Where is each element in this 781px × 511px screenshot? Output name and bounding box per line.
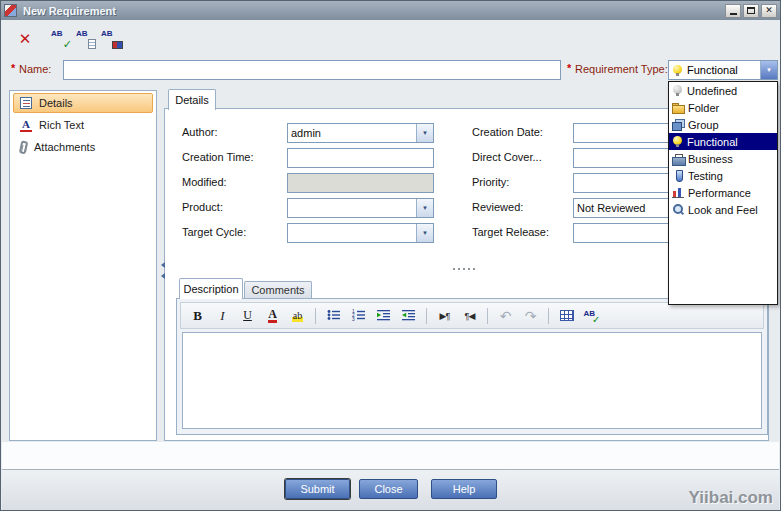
tab-details[interactable]: Details — [168, 89, 216, 110]
dropdown-item-label: Testing — [688, 170, 723, 182]
chevron-down-icon: ▼ — [422, 130, 428, 136]
italic-icon: I — [220, 308, 224, 324]
outdent-button[interactable] — [397, 305, 420, 326]
new-requirement-dialog: New Requirement ✕ ✕ AB ✓ AB AB * Name: *… — [0, 0, 781, 511]
horizontal-splitter-handle[interactable] — [453, 268, 455, 270]
maximize-button[interactable] — [743, 4, 759, 18]
creation-date-label: Creation Date: — [472, 126, 543, 138]
toolbar-separator — [315, 308, 316, 324]
bullet-list-button[interactable] — [322, 305, 345, 326]
reviewed-value: Not Reviewed — [577, 202, 645, 214]
dropdown-item-business[interactable]: Business — [669, 150, 777, 167]
rich-text-icon: A — [20, 119, 32, 132]
name-label: Name: — [19, 63, 51, 75]
sidebar: Details A Rich Text Attachments — [9, 90, 157, 441]
dropdown-item-performance[interactable]: Performance — [669, 184, 777, 201]
requirement-type-combo[interactable]: Functional ▼ — [668, 60, 778, 80]
toolbar-separator — [487, 308, 488, 324]
sidebar-item-attachments[interactable]: Attachments — [13, 137, 153, 157]
collapse-arrow-icon — [158, 273, 165, 279]
author-value: admin — [291, 127, 321, 139]
clear-button[interactable]: ✕ — [13, 27, 37, 51]
dropdown-item-group[interactable]: Group — [669, 116, 777, 133]
dropdown-item-look-and-feel[interactable]: Look and Feel — [669, 201, 777, 218]
description-editor[interactable] — [182, 332, 762, 429]
close-dialog-button[interactable]: Close — [359, 479, 418, 499]
check-spelling-button[interactable]: AB ✓ — [49, 27, 74, 51]
close-icon: ✕ — [765, 6, 773, 15]
numbered-list-button[interactable]: 123 — [347, 305, 370, 326]
sidebar-item-rich-text[interactable]: A Rich Text — [13, 115, 153, 135]
thesaurus-button[interactable]: AB — [74, 27, 99, 51]
italic-button[interactable]: I — [211, 305, 234, 326]
product-combo[interactable]: ▼ — [287, 198, 434, 218]
author-dropdown-button[interactable]: ▼ — [416, 124, 433, 142]
magnifier-icon — [672, 204, 684, 216]
modified-input — [287, 173, 434, 193]
sidebar-item-label: Attachments — [34, 141, 95, 153]
editor-toolbar: B I U A ab 123 ▶¶ ¶ — [180, 302, 764, 329]
titlebar[interactable]: New Requirement ✕ — [1, 1, 780, 20]
dropdown-item-label: Functional — [687, 136, 738, 148]
rtl-paragraph-button[interactable]: ¶◀ — [458, 305, 481, 326]
modified-label: Modified: — [182, 176, 227, 188]
tab-description-label: Description — [183, 283, 238, 295]
underline-icon: U — [243, 308, 252, 323]
dropdown-item-functional[interactable]: Functional — [669, 133, 777, 150]
bold-button[interactable]: B — [186, 305, 209, 326]
creation-time-input[interactable] — [287, 148, 434, 168]
bullet-list-icon — [327, 309, 341, 323]
underline-button[interactable]: U — [236, 305, 259, 326]
undo-button[interactable]: ↶ — [494, 305, 517, 326]
bulb-gray-icon — [672, 85, 683, 96]
name-input[interactable] — [63, 60, 561, 80]
footer: Submit Close Help Yiibai.com — [2, 469, 779, 511]
product-label: Product: — [182, 201, 223, 213]
description-panel: B I U A ab 123 ▶¶ ¶ — [176, 298, 768, 435]
ltr-paragraph-button[interactable]: ▶¶ — [433, 305, 456, 326]
rtl-paragraph-icon: ¶◀ — [465, 311, 475, 321]
tab-details-label: Details — [175, 94, 209, 106]
submit-button[interactable]: Submit — [285, 479, 350, 499]
spelling-options-button[interactable]: AB — [99, 27, 124, 51]
insert-table-button[interactable] — [555, 305, 578, 326]
sidebar-item-details[interactable]: Details — [13, 93, 153, 113]
minimize-button[interactable] — [725, 4, 741, 18]
font-color-button[interactable]: A — [261, 305, 284, 326]
highlight-icon: ab — [292, 310, 303, 322]
dropdown-item-undefined[interactable]: Undefined — [669, 82, 777, 99]
group-icon — [672, 119, 684, 130]
numbered-list-icon: 123 — [352, 309, 366, 323]
toolbar-separator — [548, 308, 549, 324]
tab-description[interactable]: Description — [179, 278, 243, 299]
bottom-strip — [2, 442, 779, 469]
target-cycle-combo[interactable]: ▼ — [287, 223, 434, 243]
redo-button[interactable]: ↷ — [519, 305, 542, 326]
highlight-button[interactable]: ab — [286, 305, 309, 326]
indent-button[interactable] — [372, 305, 395, 326]
bold-icon: B — [193, 308, 202, 324]
paperclip-icon — [19, 140, 29, 154]
page-icon — [88, 39, 96, 49]
product-dropdown-button[interactable]: ▼ — [416, 199, 433, 217]
author-combo[interactable]: admin ▼ — [287, 123, 434, 143]
dropdown-item-label: Business — [688, 153, 733, 165]
spelling-options-letters-icon: AB — [101, 29, 113, 38]
bulb-icon — [672, 136, 683, 147]
redo-icon: ↷ — [525, 309, 537, 323]
tab-comments[interactable]: Comments — [244, 281, 312, 299]
editor-spell-check-button[interactable]: AB ✓ — [580, 305, 603, 326]
requirement-type-value: Functional — [687, 64, 738, 76]
dropdown-item-testing[interactable]: Testing — [669, 167, 777, 184]
target-cycle-label: Target Cycle: — [182, 226, 246, 238]
requirement-type-dropdown-button[interactable]: ▼ — [760, 61, 777, 79]
target-cycle-dropdown-button[interactable]: ▼ — [416, 224, 433, 242]
close-button[interactable]: ✕ — [761, 4, 777, 18]
dropdown-item-folder[interactable]: Folder — [669, 99, 777, 116]
sidebar-collapse-handle[interactable] — [157, 251, 165, 289]
target-release-label: Target Release: — [472, 226, 549, 238]
indent-icon — [377, 309, 391, 323]
help-button[interactable]: Help — [431, 479, 497, 499]
dropdown-item-label: Group — [688, 119, 719, 131]
bar-chart-icon — [672, 187, 684, 198]
